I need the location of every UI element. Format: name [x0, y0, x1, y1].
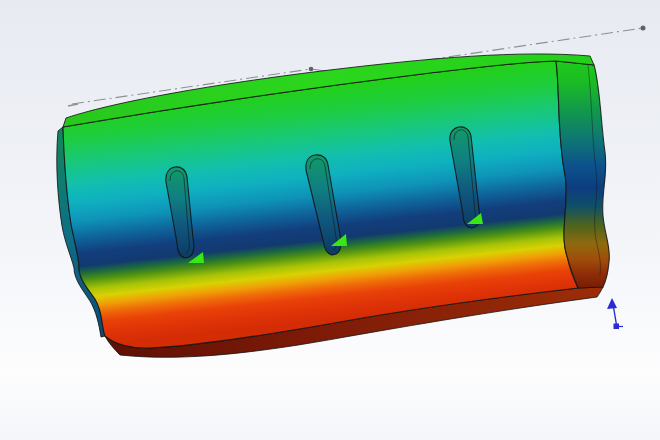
viewport-canvas[interactable] [0, 0, 660, 440]
up-arrow-base-square [614, 324, 620, 330]
centerline-endpoint-dot[interactable] [641, 26, 646, 31]
centerline-midpoint-dot-left[interactable] [309, 67, 314, 72]
cad-viewport[interactable] [0, 0, 660, 440]
